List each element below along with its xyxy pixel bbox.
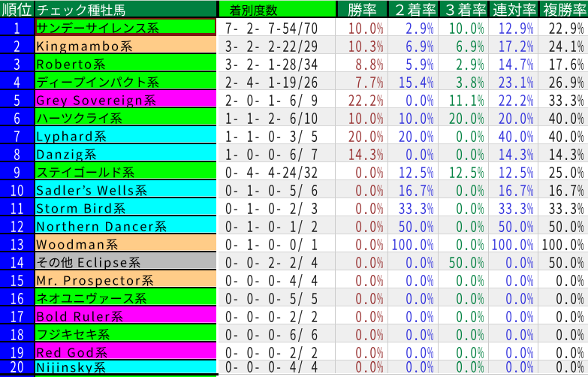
sire-name-cell[interactable]: フジキセキ系 xyxy=(35,324,216,342)
cell-text-graphic: 0.0% xyxy=(439,144,488,161)
rate-quinella-cell: 33.3% xyxy=(488,198,538,216)
table-row: 3Roberto系3- 2- 1-28/348.8%5.9%2.9%14.7%1… xyxy=(0,54,588,72)
sire-name-cell[interactable]: Woodman系 xyxy=(35,234,216,252)
sire-name-cell[interactable]: ネオユニヴァース系 xyxy=(35,288,216,306)
cell-text-graphic: 17.2% xyxy=(489,36,538,53)
cell-text-graphic: 2.9% xyxy=(439,54,488,71)
cell-text-graphic: 18 xyxy=(0,324,34,341)
rate-quinella-cell: 16.7% xyxy=(488,180,538,198)
table-row: 1サンデーサイレンス系7- 2- 7-54/7010.0%2.9%10.0%12… xyxy=(0,18,588,36)
cell-text-graphic: 12.5% xyxy=(439,162,488,179)
cell-text-graphic: ハーツクライ系 xyxy=(35,108,216,125)
rate-show-cell: 0.0% xyxy=(538,360,588,373)
rate-quinella-cell: 12.9% xyxy=(488,18,538,36)
rank-cell: 14 xyxy=(0,252,35,270)
rate-show-cell: 26.9% xyxy=(538,72,588,90)
cell-text-graphic: 5.9% xyxy=(388,54,438,71)
cell-text-graphic: その他 Eclipse系 xyxy=(35,252,216,269)
sire-name-cell[interactable]: Lyphard系 xyxy=(35,126,216,144)
rate-second-cell: 0.0% xyxy=(387,270,438,288)
sire-name-cell[interactable]: Bold Ruler系 xyxy=(35,306,216,324)
rank-cell: 17 xyxy=(0,306,35,324)
table-row: 14その他 Eclipse系0- 0- 2- 2/ 40.0%0.0%50.0%… xyxy=(0,252,588,270)
header-third[interactable]: 3着率 xyxy=(438,0,487,18)
cell-text-graphic: Roberto系 xyxy=(35,54,216,71)
sire-stats-table-window: 順位チェック種牡馬着別度数勝率2着率3着率連対率複勝率 1サンデーサイレンス系7… xyxy=(0,0,588,377)
cell-text-graphic: 4 xyxy=(0,72,34,89)
rate-second-cell: 5.9% xyxy=(387,54,438,72)
cell-text-graphic: 50.0% xyxy=(439,252,488,270)
cell-text-graphic: 0.0% xyxy=(336,252,387,270)
rate-second-cell: 10.0% xyxy=(387,108,438,126)
rate-quinella-cell: 0.0% xyxy=(488,342,538,360)
rate-second-cell: 0.0% xyxy=(387,144,438,162)
header-counts[interactable]: 着別度数 xyxy=(216,0,338,18)
rate-quinella-cell: 17.2% xyxy=(488,36,538,54)
cell-text-graphic: 14.7% xyxy=(489,54,538,71)
cell-text-graphic: 15.4% xyxy=(388,72,438,89)
rate-quinella-cell: 0.0% xyxy=(488,252,538,270)
cell-text-graphic: 17 xyxy=(0,306,34,323)
finish-counts-cell: 0- 0- 2- 2/ 4 xyxy=(219,252,335,270)
sire-name-cell[interactable]: Danzig系 xyxy=(35,144,216,162)
rank-cell: 3 xyxy=(0,54,35,72)
header-name[interactable]: チェック種牡馬 xyxy=(35,0,216,18)
sire-name-cell[interactable]: Nijinsky系 xyxy=(35,360,216,373)
cell-text-graphic: 0.0% xyxy=(388,360,438,373)
cell-text-graphic: 連対率 xyxy=(490,0,538,17)
rate-quinella-cell: 0.0% xyxy=(488,360,538,373)
cell-text-graphic: 0.0% xyxy=(439,180,488,198)
header-second[interactable]: 2着率 xyxy=(387,0,438,18)
sire-name-cell[interactable]: Kingmambo系 xyxy=(35,36,216,54)
rank-cell: 7 xyxy=(0,126,35,144)
cell-text-graphic: 12.9% xyxy=(489,18,538,35)
rate-win-cell: 0.0% xyxy=(335,306,387,324)
finish-counts-cell: 0- 0- 0- 2/ 2 xyxy=(219,306,335,324)
cell-text-graphic: 0.0% xyxy=(336,288,387,306)
sire-name-cell[interactable]: その他 Eclipse系 xyxy=(35,252,216,270)
cell-text-graphic: 3.8% xyxy=(439,72,488,89)
cell-text-graphic: 11 xyxy=(0,198,34,215)
rate-show-cell: 0.0% xyxy=(538,306,588,324)
rate-second-cell: 6.9% xyxy=(387,36,438,54)
cell-text-graphic: 0.0% xyxy=(388,90,438,107)
header-rank[interactable]: 順位 xyxy=(0,0,35,18)
table-row: 15Mr. Prospector系0- 0- 0- 4/ 40.0%0.0%0.… xyxy=(0,270,588,288)
cell-text-graphic: 0- 0- 2- 2/ 4 xyxy=(219,252,335,270)
sire-name-cell[interactable]: Mr. Prospector系 xyxy=(35,270,216,288)
sire-name-cell[interactable]: Red God系 xyxy=(35,342,216,360)
sire-name-cell[interactable]: Roberto系 xyxy=(35,54,216,72)
cell-text-graphic: Danzig系 xyxy=(35,144,216,161)
rate-win-cell: 0.0% xyxy=(335,324,387,342)
header-quinella[interactable]: 連対率 xyxy=(487,0,538,18)
sire-name-cell[interactable]: ディープインパクト系 xyxy=(35,72,216,90)
rate-win-cell: 0.0% xyxy=(335,216,387,234)
sire-name-cell[interactable]: Storm Bird系 xyxy=(35,198,216,216)
header-show[interactable]: 複勝率 xyxy=(538,0,588,18)
cell-text-graphic: Northern Dancer系 xyxy=(35,216,216,233)
sire-name-cell[interactable]: サンデーサイレンス系 xyxy=(35,18,216,36)
rate-third-cell: 0.0% xyxy=(438,144,488,162)
cell-text-graphic: 2 xyxy=(0,36,34,53)
rate-third-cell: 0.0% xyxy=(438,216,488,234)
sire-name-cell[interactable]: ステイゴールド系 xyxy=(35,162,216,180)
cell-text-graphic: Lyphard系 xyxy=(35,126,216,143)
sire-name-cell[interactable]: Northern Dancer系 xyxy=(35,216,216,234)
cell-text-graphic: 順位 xyxy=(0,0,34,17)
table-row: 8Danzig系1- 0- 0- 6/ 714.3%0.0%0.0%14.3%1… xyxy=(0,144,588,162)
cell-text-graphic: 0- 0- 0- 4/ 4 xyxy=(219,360,335,373)
rate-second-cell: 20.0% xyxy=(387,126,438,144)
cell-text-graphic: 0.0% xyxy=(489,342,538,360)
cell-text-graphic: 0.0% xyxy=(336,234,387,252)
cell-text-graphic: 33.3% xyxy=(538,90,588,107)
cell-text-graphic: 勝率 xyxy=(338,0,387,17)
sire-name-cell[interactable]: Grey Sovereign系 xyxy=(35,90,216,108)
sire-name-cell[interactable]: Sadler's Wells系 xyxy=(35,180,216,198)
sire-name-cell[interactable]: ハーツクライ系 xyxy=(35,108,216,126)
rate-win-cell: 0.0% xyxy=(335,252,387,270)
rate-third-cell: 0.0% xyxy=(438,198,488,216)
header-win[interactable]: 勝率 xyxy=(338,0,387,18)
rate-show-cell: 40.0% xyxy=(538,108,588,126)
cell-text-graphic: 6.9% xyxy=(439,36,488,53)
cell-text-graphic: 20.0% xyxy=(336,126,387,143)
